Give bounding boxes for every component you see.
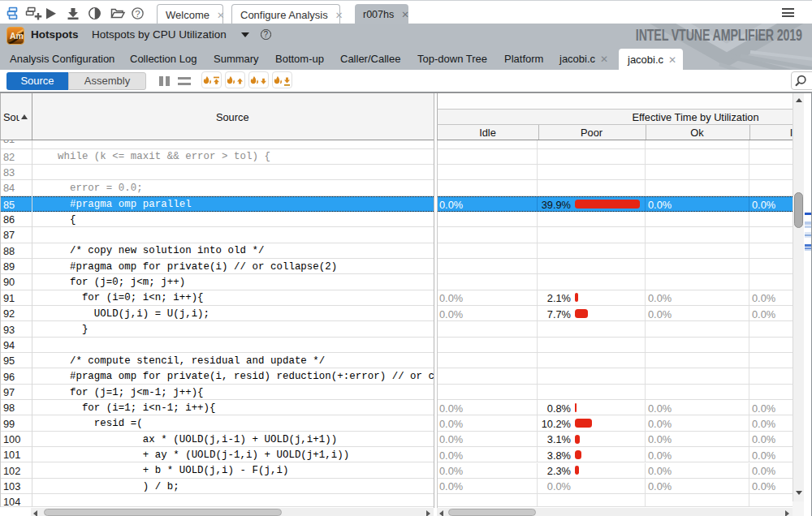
svg-text:Am: Am — [10, 30, 24, 40]
svg-text:?: ? — [135, 9, 140, 19]
